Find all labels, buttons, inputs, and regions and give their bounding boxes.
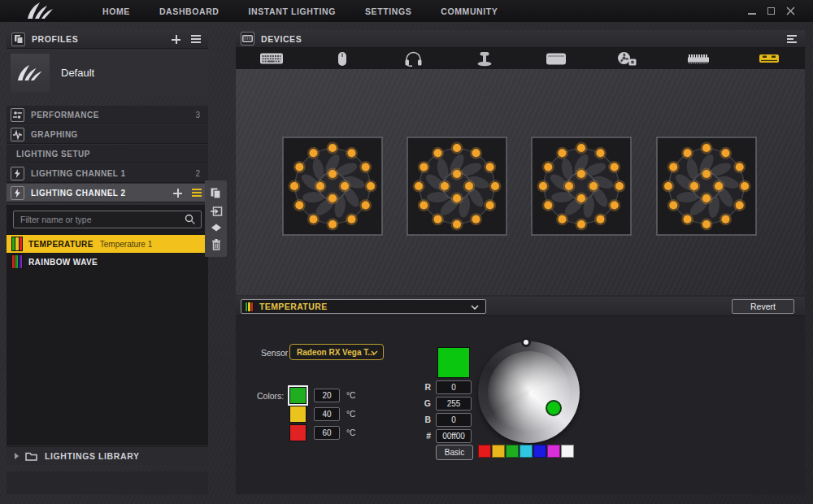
palette-swatch[interactable]: [478, 445, 491, 458]
device-headset-stand[interactable]: [450, 48, 521, 69]
device-memory[interactable]: [663, 48, 734, 69]
lighting-item-label: RAINBOW WAVE: [28, 258, 98, 267]
chevron-down-icon: [371, 350, 378, 355]
lighting-item-rainbow-wave[interactable]: RAINBOW WAVE: [7, 253, 208, 271]
nav-settings[interactable]: SETTINGS: [365, 7, 411, 16]
nav-home[interactable]: HOME: [102, 7, 130, 16]
bolt-icon: [11, 167, 24, 180]
color-stop-swatch-red[interactable]: [289, 424, 307, 441]
sensor-select[interactable]: Radeon RX Vega T...: [289, 344, 384, 360]
nav-dashboard[interactable]: DASHBOARD: [159, 7, 220, 16]
profiles-menu-button[interactable]: [191, 35, 201, 43]
temp-input-2[interactable]: [314, 407, 340, 421]
graphing-label: GRAPHING: [31, 130, 78, 139]
palette-swatch[interactable]: [561, 445, 574, 458]
nav-community[interactable]: COMMUNITY: [441, 7, 498, 16]
unit-celsius: °C: [346, 410, 355, 419]
b-label: B: [418, 415, 431, 424]
color-stop-swatch-yellow[interactable]: [289, 406, 307, 423]
add-lighting-button[interactable]: [173, 189, 182, 198]
channel-menu-button[interactable]: [192, 189, 202, 197]
palette-swatch[interactable]: [492, 445, 505, 458]
sensor-label: Sensor: [261, 348, 288, 358]
device-headset[interactable]: [378, 48, 450, 69]
lighting-item-temperature[interactable]: TEMPERATURE Temperature 1: [7, 235, 208, 253]
lighting-channel-2-label: LIGHTING CHANNEL 2: [31, 189, 126, 198]
profiles-header: PROFILES: [7, 30, 208, 49]
lightings-library-label: LIGHTINGS LIBRARY: [45, 451, 140, 461]
color-wheel-selector[interactable]: [546, 400, 562, 416]
maximize-icon[interactable]: [767, 7, 775, 15]
fan-1[interactable]: [282, 137, 383, 239]
main-nav: HOME DASHBOARD INSTANT LIGHTING SETTINGS…: [102, 7, 498, 16]
color-stripe: [248, 302, 250, 311]
fan-3[interactable]: [531, 137, 632, 239]
lighting-mode-select[interactable]: TEMPERATURE: [241, 299, 486, 314]
lightings-library-row[interactable]: LIGHTINGS LIBRARY: [7, 446, 208, 465]
filter-input[interactable]: [13, 211, 202, 228]
colors-label: Colors:: [257, 391, 284, 401]
trash-icon[interactable]: [211, 238, 222, 250]
palette-swatch[interactable]: [547, 445, 560, 458]
palette-swatch[interactable]: [533, 445, 546, 458]
lighting-channel-1-count: 2: [195, 169, 200, 178]
import-icon[interactable]: [210, 206, 223, 217]
performance-label: PERFORMANCE: [31, 111, 99, 119]
profile-item-default[interactable]: Default: [7, 50, 208, 96]
r-label: R: [418, 382, 431, 392]
brightness-ring[interactable]: [478, 341, 580, 443]
profiles-title: PROFILES: [32, 34, 78, 44]
brightness-knob[interactable]: [521, 337, 531, 347]
color-stripe: [251, 302, 253, 311]
temp-input-3[interactable]: [314, 426, 340, 440]
sidebar-item-performance[interactable]: PERFORMANCE 3: [7, 106, 208, 124]
temp-input-1[interactable]: [314, 389, 340, 402]
devices-menu-icon[interactable]: [787, 35, 797, 43]
green-input[interactable]: [436, 397, 472, 411]
sidebar-item-lighting-channel-1[interactable]: LIGHTING CHANNEL 1 2: [7, 164, 208, 183]
fan-2[interactable]: [406, 137, 507, 239]
nav-instant-lighting[interactable]: INSTANT LIGHTING: [249, 7, 336, 16]
devices-header: DEVICES: [236, 30, 805, 48]
palette-swatch[interactable]: [506, 445, 519, 458]
color-stop-swatch-green[interactable]: [289, 387, 307, 404]
performance-icon: [11, 108, 24, 122]
red-input[interactable]: [436, 380, 472, 394]
color-stripe: [20, 237, 22, 250]
expand-arrow-icon: [15, 453, 19, 459]
unit-celsius: °C: [346, 428, 355, 437]
sidebar-item-graphing[interactable]: GRAPHING: [7, 125, 208, 144]
minimize-icon[interactable]: [748, 13, 756, 15]
color-stripe: [12, 255, 14, 268]
device-mouse[interactable]: [307, 48, 379, 69]
rainbow-gradient-icon: [11, 254, 23, 269]
graphing-icon: [11, 128, 24, 141]
editor-header: TEMPERATURE Revert: [236, 297, 805, 316]
device-mousemat[interactable]: [520, 48, 592, 69]
device-keyboard[interactable]: [236, 48, 307, 69]
current-color-swatch: [437, 347, 470, 378]
folder-icon: [25, 451, 37, 461]
lighting-item-label: TEMPERATURE: [28, 240, 93, 249]
revert-button[interactable]: Revert: [732, 299, 794, 314]
lighting-toolbar: [205, 180, 227, 257]
sidebar-item-lighting-channel-2[interactable]: LIGHTING CHANNEL 2: [7, 184, 208, 202]
basic-button[interactable]: Basic: [436, 445, 473, 460]
close-icon[interactable]: [786, 7, 795, 15]
blue-input[interactable]: [436, 413, 472, 427]
devices-row: [236, 48, 805, 69]
hex-input[interactable]: [436, 429, 472, 443]
device-cooler[interactable]: [592, 48, 663, 69]
palette-swatch[interactable]: [520, 445, 533, 458]
color-wheel[interactable]: [488, 351, 570, 433]
fan-4[interactable]: [656, 137, 757, 239]
corsair-logo-icon: [26, 2, 55, 20]
color-stripe: [15, 237, 18, 250]
filter-field-wrap: [13, 211, 202, 228]
devices-title: DEVICES: [261, 34, 302, 44]
shape-icon[interactable]: [211, 224, 222, 232]
add-profile-button[interactable]: [172, 35, 180, 44]
copy-icon[interactable]: [210, 187, 222, 199]
device-lighting-node[interactable]: [734, 48, 806, 69]
lighting-item-sublabel: Temperature 1: [100, 240, 152, 249]
